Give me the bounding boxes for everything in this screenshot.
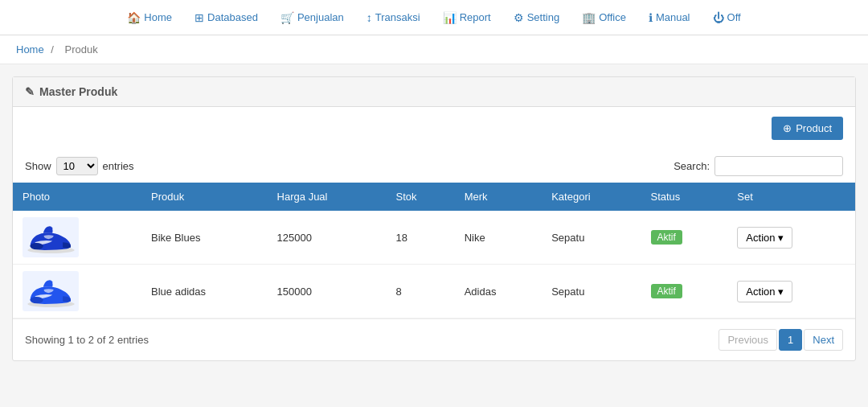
nav-home[interactable]: 🏠 Home [117,5,182,31]
toolbar: ⊕ Product [13,107,855,150]
nav-databased-label: Databased [207,11,258,23]
nav-report[interactable]: 📊 Report [433,5,501,31]
search-area: Search: [674,156,843,176]
home-icon: 🏠 [127,11,141,24]
cell-status-1: Aktif [641,265,728,319]
cell-stok-0: 18 [387,211,455,265]
cell-harga-0: 125000 [268,211,387,265]
navbar: 🏠 Home ⊞ Databased 🛒 Penjualan ↕ Transak… [0,0,868,35]
nav-manual[interactable]: ℹ Manual [639,5,700,31]
cell-kategori-0: Sepatu [542,211,641,265]
transaksi-icon: ↕ [366,11,372,24]
nav-setting[interactable]: ⚙ Setting [504,5,569,31]
add-product-label: Product [796,122,832,134]
nav-penjualan[interactable]: 🛒 Penjualan [271,5,354,31]
section-icon: ✎ [25,85,35,98]
col-photo: Photo [13,183,141,211]
nav-office-label: Office [599,11,626,23]
manual-icon: ℹ [649,11,653,24]
action-chevron-icon-0: ▾ [778,232,784,244]
cell-produk-0: Bike Blues [141,211,268,265]
col-stok: Stok [387,183,455,211]
pagination-previous[interactable]: Previous [719,329,777,351]
breadcrumb-separator: / [51,43,54,56]
status-badge-0: Aktif [651,230,682,245]
breadcrumb-current: Produk [65,43,98,56]
table-row: Bike Blues 125000 18 Nike Sepatu Aktif A… [13,211,855,265]
col-harga-jual: Harga Jual [268,183,387,211]
product-photo-1 [23,271,79,311]
off-icon: ⏻ [713,11,724,24]
cell-action-1: Action ▾ [727,265,855,319]
add-product-button[interactable]: ⊕ Product [772,117,843,140]
nav-transaksi[interactable]: ↕ Transaksi [357,5,430,31]
add-product-icon: ⊕ [783,122,792,134]
table-header-row: Photo Produk Harga Jual Stok Merk Katego… [13,183,855,211]
report-icon: 📊 [443,11,457,24]
nav-off-label: Off [727,11,741,23]
breadcrumb: Home / Produk [0,35,868,64]
nav-off[interactable]: ⏻ Off [703,5,751,31]
svg-point-1 [30,243,43,249]
nav-databased[interactable]: ⊞ Databased [185,5,268,31]
entries-label: entries [103,160,134,172]
nav-penjualan-label: Penjualan [297,11,344,23]
office-icon: 🏢 [582,11,596,24]
col-status: Status [641,183,728,211]
section-header: ✎ Master Produk [13,77,855,107]
nav-setting-label: Setting [527,11,559,23]
col-merk: Merk [455,183,542,211]
svg-point-3 [30,297,43,303]
cell-merk-0: Nike [455,211,542,265]
datatable-info: Showing 1 to 2 of 2 entries [25,334,149,346]
status-badge-1: Aktif [651,284,682,298]
cell-stok-1: 8 [387,265,455,319]
products-table: Photo Produk Harga Jual Stok Merk Katego… [13,183,855,319]
action-button-1[interactable]: Action ▾ [737,281,792,302]
nav-report-label: Report [460,11,491,23]
pagination-next[interactable]: Next [804,329,843,351]
main-content: ✎ Master Produk ⊕ Product Show 10 25 50 … [12,76,856,361]
action-button-0[interactable]: Action ▾ [737,227,792,249]
show-select[interactable]: 10 25 50 100 [56,157,98,175]
pagination: Previous 1 Next [719,329,843,351]
datatable-controls-top: Show 10 25 50 100 entries Search: [13,150,855,183]
cell-produk-1: Blue adidas [141,265,268,319]
cell-photo-0 [13,211,141,265]
show-entries: Show 10 25 50 100 entries [25,157,134,175]
cell-merk-1: Adidas [455,265,542,319]
breadcrumb-home[interactable]: Home [16,43,44,56]
databased-icon: ⊞ [194,11,204,24]
nav-home-label: Home [144,11,172,23]
section-title: Master Produk [39,85,117,98]
table-row: Blue adidas 150000 8 Adidas Sepatu Aktif… [13,265,855,319]
show-label: Show [25,160,51,172]
nav-office[interactable]: 🏢 Office [572,5,636,31]
nav-transaksi-label: Transaksi [375,11,420,23]
col-set: Set [727,183,855,211]
pagination-page-1[interactable]: 1 [779,329,802,351]
cell-harga-1: 150000 [268,265,387,319]
cell-status-0: Aktif [641,211,728,265]
cell-kategori-1: Sepatu [542,265,641,319]
search-input[interactable] [714,156,843,176]
penjualan-icon: 🛒 [280,11,294,24]
col-kategori: Kategori [542,183,641,211]
search-label: Search: [674,160,710,172]
product-photo-0 [23,217,79,257]
action-chevron-icon-1: ▾ [778,286,784,298]
nav-manual-label: Manual [656,11,690,23]
cell-photo-1 [13,265,141,319]
datatable-footer: Showing 1 to 2 of 2 entries Previous 1 N… [13,319,855,360]
cell-action-0: Action ▾ [727,211,855,265]
col-produk: Produk [141,183,268,211]
setting-icon: ⚙ [514,11,524,24]
